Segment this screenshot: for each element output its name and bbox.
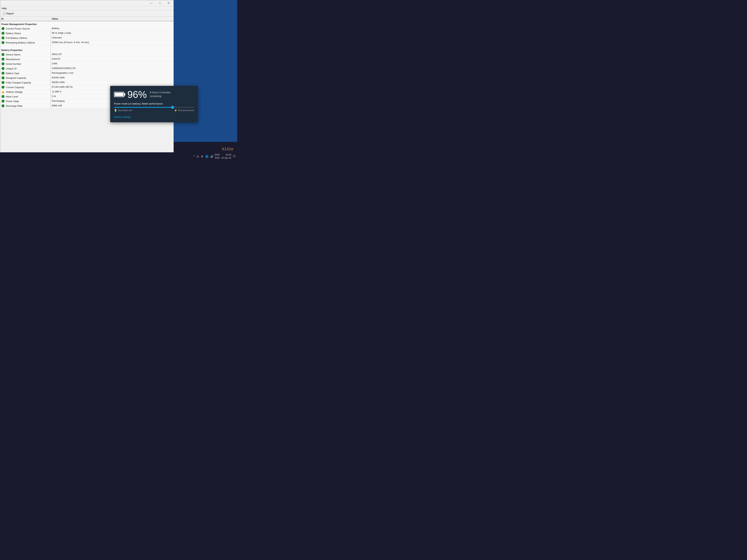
row-id-discharge-rate: Discharge Rate [1, 104, 52, 108]
icon-power-state [1, 100, 5, 103]
clock-date: 23-Apr-24 [221, 156, 231, 160]
row-value-manufacturer: SANYO [52, 57, 172, 61]
slider-labels: 🔋 Best battery life ⚡ Best performance [114, 109, 194, 112]
icon-battery-voltage [1, 90, 5, 94]
row-value-current-power-source: Battery [52, 27, 172, 30]
battery-header: 96% 8 hours 9 minutes remaining [114, 89, 194, 99]
taskbar-volume-icon[interactable]: 🔊 [210, 155, 213, 158]
row-id-manufacturer: Manufacturer [1, 57, 52, 61]
power-slider[interactable]: 🔋 Best battery life ⚡ Best performance [114, 107, 194, 112]
report-label: Report [6, 12, 14, 15]
taskbar-tablet-icon[interactable]: ⊡ [197, 155, 199, 158]
main-window: — □ ✕ Help 📋 Report Id Value Power Manag… [0, 0, 174, 157]
row-value-designed-capacity: 62640 mWh [52, 76, 172, 80]
slider-left-text: Best battery life [118, 109, 132, 111]
row-id-unique-id: Unique ID [1, 67, 52, 70]
taskbar-language: ENG ROS [215, 153, 220, 160]
icon-full-battery-lifetime [1, 36, 5, 39]
row-id-fully-charged-capacity: Fully Charged Capacity [1, 81, 52, 84]
table-row: Designed Capacity 62640 mWh [0, 76, 174, 80]
icon-manufacturer [1, 57, 5, 61]
maximize-button[interactable]: □ [156, 1, 164, 6]
slider-fill [114, 107, 173, 108]
slider-track [114, 107, 194, 108]
battery-percentage: 96% [127, 89, 147, 99]
row-id-current-capacity: Current Capacity [1, 85, 52, 89]
language-secondary: ROS [215, 156, 220, 160]
col-id-header: Id [1, 17, 52, 20]
section-power-mgmt: Power Management Properties [0, 21, 174, 26]
table-row: Current Power Source Battery [0, 26, 174, 31]
slider-label-left: 🔋 Best battery life [114, 109, 132, 112]
row-value-unique-id: 1499SANYO45N1176 [52, 67, 172, 70]
report-icon: 📋 [3, 12, 6, 15]
section-battery-props: Battery Properties [0, 47, 174, 52]
table-row: Serial Number 1499 [0, 61, 174, 66]
row-id-battery-type: Battery Type [1, 72, 52, 75]
battery-icon [114, 92, 124, 97]
minimize-button[interactable]: — [147, 1, 156, 6]
battery-popup: 96% 8 hours 9 minutes remaining Power mo… [110, 86, 198, 122]
slider-thumb[interactable] [171, 106, 174, 109]
row-id-serial-number: Serial Number [1, 62, 52, 65]
icon-current-capacity [1, 85, 5, 89]
icon-remaining-battery-lifetime [1, 41, 5, 44]
row-id-battery-status: Battery Status [1, 31, 52, 35]
taskbar-icons: ^ ⊡ 🖥 🌐 🔊 [194, 155, 213, 158]
taskbar-clock[interactable]: 18:18 23-Apr-24 [221, 153, 231, 160]
row-value-remaining-battery-lifetime: 29384 sec (8 hours, 9 min, 44 sec) [52, 41, 172, 44]
icon-discharge-rate [1, 104, 5, 108]
table-row: Battery Status 96 % (High Level) [0, 31, 174, 36]
clock-time: 18:18 [221, 153, 231, 156]
row-value-serial-number: 1499 [52, 62, 172, 65]
device-model-label: X131e [222, 147, 233, 151]
taskbar-monitor-icon[interactable]: 🖥 [201, 155, 203, 158]
row-value-battery-status: 96 % (High Level) [52, 31, 172, 35]
row-id-current-power-source: Current Power Source [1, 27, 52, 30]
menu-help[interactable]: Help [2, 7, 7, 10]
table-row: Fully Charged Capacity 59290 mWh [0, 80, 174, 85]
icon-battery-status [1, 31, 5, 35]
power-mode-prefix: Power mode (on battery): [114, 102, 141, 105]
row-id-power-state: Power State [1, 100, 52, 103]
row-value-battery-type: Rechargeable Li-Ion [52, 72, 172, 75]
battery-life-icon: 🔋 [114, 109, 117, 112]
table-row: Remaining Battery Lifetime 29384 sec (8 … [0, 40, 174, 45]
spacer [0, 45, 174, 47]
battery-fill [115, 93, 124, 96]
icon-serial-number [1, 62, 5, 65]
table-row: Manufacturer SANYO [0, 57, 174, 61]
row-id-battery-voltage: Battery Voltage [1, 90, 52, 94]
battery-settings-link[interactable]: Battery settings [114, 115, 131, 118]
table-row: Device Name 45N1176 [0, 52, 174, 57]
row-value-device-name: 45N1176 [52, 53, 172, 56]
battery-time: 8 hours 9 minutes remaining [150, 91, 171, 98]
icon-designed-capacity [1, 76, 5, 80]
taskbar-notification-icon[interactable]: 🗨 [233, 155, 236, 158]
power-mode-value: Better performance [142, 102, 163, 105]
row-id-device-name: Device Name [1, 53, 52, 56]
title-bar: — □ ✕ [0, 0, 174, 6]
table-row: Unique ID 1499SANYO45N1176 [0, 66, 174, 71]
icon-battery-type [1, 72, 5, 75]
col-value-header: Value [52, 17, 172, 20]
row-id-remaining-battery-lifetime: Remaining Battery Lifetime [1, 41, 52, 44]
power-mode-label: Power mode (on battery): Better performa… [114, 102, 194, 105]
row-id-designed-capacity: Designed Capacity [1, 76, 52, 80]
report-button[interactable]: 📋 Report [2, 12, 15, 15]
table-row: Full Battery Lifetime Unknown [0, 36, 174, 40]
table-row: Battery Type Rechargeable Li-Ion [0, 71, 174, 76]
taskbar-expand-icon[interactable]: ^ [194, 155, 195, 158]
icon-current-power-source [1, 27, 5, 30]
taskbar: ^ ⊡ 🖥 🌐 🔊 ENG ROS 18:18 23-Apr-24 🗨 [0, 152, 237, 161]
slider-label-right: ⚡ Best performance [174, 109, 194, 112]
taskbar-globe-icon[interactable]: 🌐 [205, 155, 208, 158]
row-id-wear-level: Wear Level [1, 95, 52, 98]
close-button[interactable]: ✕ [164, 1, 173, 6]
language-primary: ENG [215, 153, 220, 156]
toolbar: 📋 Report [0, 11, 174, 17]
icon-fully-charged-capacity [1, 81, 5, 84]
row-value-full-battery-lifetime: Unknown [52, 36, 172, 39]
menu-bar: Help [0, 6, 174, 11]
row-id-full-battery-lifetime: Full Battery Lifetime [1, 36, 52, 39]
